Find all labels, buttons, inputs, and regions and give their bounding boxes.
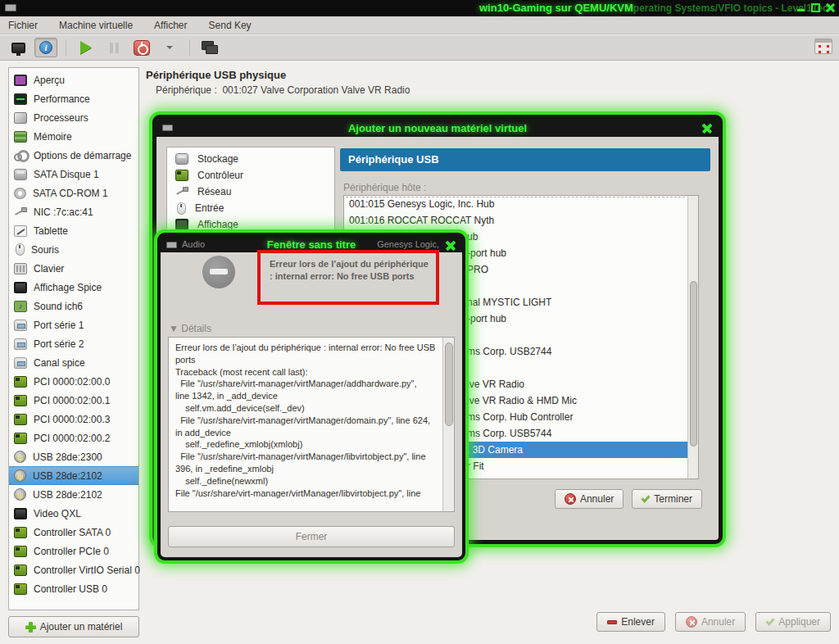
sidebar-item-label: PCI 0000:02:00.0: [34, 376, 110, 388]
sidebar-item-clavier[interactable]: Clavier: [9, 259, 138, 278]
sidebar-item-m-moire[interactable]: Mémoire: [9, 127, 138, 146]
sidebar-item-options-de-d-marrage[interactable]: Options de démarrage: [9, 146, 138, 165]
menu-fichier[interactable]: Fichier: [8, 20, 38, 31]
apply-button[interactable]: Appliquer: [755, 612, 831, 632]
scrollbar-thumb[interactable]: [445, 342, 453, 426]
details-line: self._define(newxml): [175, 475, 438, 488]
sidebar-item-port-s-rie-1[interactable]: Port série 1: [9, 315, 138, 334]
menu-send-key[interactable]: Send Key: [209, 20, 252, 31]
sidebar-item-label: USB 28de:2102: [33, 489, 102, 501]
sidebar-item-pci-0000-02-00-3[interactable]: PCI 0000:02:00.3: [9, 410, 138, 429]
details-button[interactable]: i: [34, 38, 57, 57]
console-button[interactable]: [7, 38, 29, 57]
minimize-icon[interactable]: [796, 3, 805, 12]
sidebar-item-canal-spice[interactable]: Canal spice: [9, 353, 138, 372]
sidebar-item-label: NIC :7c:ac:41: [34, 206, 93, 218]
error-details-text[interactable]: Erreur lors de l’ajout du périphérique :…: [168, 337, 455, 512]
sidebar-item-usb-28de-2102[interactable]: USB 28de:2102: [9, 485, 138, 504]
remove-button[interactable]: Enlever: [596, 612, 665, 632]
sidebar-item-label: Souris: [31, 244, 59, 256]
shutdown-menu-button[interactable]: [158, 38, 181, 57]
cancel-x-icon: [686, 616, 697, 628]
sidebar-item-affichage-spice[interactable]: Affichage Spice: [9, 278, 138, 297]
menu-machine-virtuelle[interactable]: Machine virtuelle: [59, 20, 133, 31]
cancel-button[interactable]: Annuler: [675, 612, 746, 632]
sidebar-item-pci-0000-02-00-2[interactable]: PCI 0000:02:00.2: [9, 429, 138, 447]
error-close-label: Fermer: [296, 531, 328, 542]
pause-button[interactable]: [102, 38, 125, 57]
device-label: Périphérique :: [156, 84, 217, 96]
shutdown-button[interactable]: [130, 38, 153, 57]
run-button[interactable]: [75, 38, 98, 57]
sidebar-item-label: USB 28de:2102: [33, 470, 102, 482]
maximize-icon[interactable]: [811, 3, 820, 12]
sidebar-item-sata-cd-rom-1[interactable]: SATA CD-ROM 1: [9, 184, 138, 202]
sidebar-item-usb-28de-2300[interactable]: USB 28de:2300: [9, 447, 138, 466]
error-close-button[interactable]: Fermer: [168, 526, 455, 547]
sidebar-item-controller-pcie-0[interactable]: Controller PCIe 0: [9, 542, 138, 560]
dialog-finish-button[interactable]: Terminer: [632, 489, 702, 509]
check-icon: [642, 493, 651, 502]
nic-icon: [14, 206, 27, 218]
sidebar-item-performance[interactable]: Performance: [9, 89, 138, 108]
category-affichage[interactable]: Affichage: [167, 216, 334, 233]
disk-icon: [175, 153, 188, 165]
menu-afficher[interactable]: Afficher: [154, 20, 187, 31]
close-icon[interactable]: [702, 123, 712, 133]
sidebar-item-label: Options de démarrage: [34, 150, 131, 161]
screen-purple-icon: [14, 75, 27, 86]
add-hardware-dialog-titlebar[interactable]: Ajouter un nouveau matériel virtuel: [156, 119, 719, 137]
details-scrollbar[interactable]: [442, 338, 454, 511]
dialog-cancel-button[interactable]: Annuler: [555, 489, 624, 509]
sidebar-item-pci-0000-02-00-0[interactable]: PCI 0000:02:00.0: [9, 372, 138, 391]
sidebar-item-souris[interactable]: Souris: [9, 240, 138, 259]
sidebar-item-video-qxl[interactable]: Video QXL: [9, 504, 138, 523]
sidebar-item-controller-virtio-serial-0[interactable]: Controller VirtIO Serial 0: [9, 560, 138, 579]
pci-icon: [14, 565, 27, 576]
error-dialog-titlebar[interactable]: Audio Fenêtre sans titre Genesys Logic,: [161, 236, 462, 252]
kbd-icon: [14, 263, 27, 274]
usb-icon: [14, 469, 26, 482]
dialog-finish-label: Terminer: [654, 493, 692, 505]
usb-device-row[interactable]: 001:015 Genesys Logic, Inc. Hub: [344, 196, 698, 212]
sidebar-item-nic-7c-ac-41[interactable]: NIC :7c:ac:41: [9, 202, 138, 221]
sidebar-item-controller-sata-0[interactable]: Controller SATA 0: [9, 523, 138, 542]
cancel-x-icon: [565, 493, 576, 505]
menubar: FichierMachine virtuelleAfficherSend Key: [0, 16, 839, 34]
scrollbar-thumb[interactable]: [690, 281, 697, 447]
check-icon: [766, 616, 775, 625]
sidebar-hardware-list: AperçuPerformanceProcesseursMémoireOptio…: [8, 67, 139, 610]
fullscreen-icon[interactable]: [814, 39, 832, 54]
tablet-icon: [14, 225, 27, 237]
close-icon[interactable]: [446, 240, 456, 250]
details-line: ports: [175, 354, 438, 366]
sidebar-item-sound-ich6[interactable]: Sound ich6: [9, 297, 138, 315]
sidebar-item-controller-usb-0[interactable]: Controller USB 0: [9, 579, 138, 598]
category-contr-leur[interactable]: Contrôleur: [167, 167, 334, 184]
pause-icon: [110, 43, 119, 53]
sidebar-item-processeurs[interactable]: Processeurs: [9, 108, 138, 127]
toolbar-separator: [66, 39, 66, 56]
category-stockage[interactable]: Stockage: [167, 151, 334, 167]
gears-icon: [14, 150, 27, 161]
multi-display-button[interactable]: [198, 38, 221, 57]
add-hardware-button[interactable]: Ajouter un matériel: [8, 616, 139, 637]
close-icon[interactable]: [826, 3, 835, 12]
usb-list-scrollbar[interactable]: [687, 196, 698, 478]
category-r-seau[interactable]: Réseau: [167, 184, 334, 200]
plus-icon: [25, 622, 36, 633]
mouse-icon: [16, 243, 25, 256]
details-expander[interactable]: ▼ Détails: [169, 323, 211, 334]
sidebar-item-sata-disque-1[interactable]: SATA Disque 1: [9, 165, 138, 184]
sidebar-item-pci-0000-02-00-1[interactable]: PCI 0000:02:00.1: [9, 391, 138, 410]
sidebar-item-tablette[interactable]: Tablette: [9, 221, 138, 240]
details-line: self._redefine_xmlobj(xmlobj): [175, 438, 438, 451]
usb-device-row[interactable]: 001:016 ROCCAT ROCCAT Nyth: [344, 212, 698, 229]
sidebar-item-aper-u[interactable]: Aperçu: [9, 70, 138, 89]
sidebar-item-usb-28de-2102[interactable]: USB 28de:2102: [9, 466, 138, 485]
remove-label: Enlever: [621, 616, 655, 628]
sidebar-item-port-s-rie-2[interactable]: Port série 2: [9, 334, 138, 353]
details-line: 396, in _redefine_xmlobj: [175, 463, 438, 475]
category-entr-e[interactable]: Entrée: [167, 200, 334, 216]
serial-icon: [14, 357, 27, 369]
